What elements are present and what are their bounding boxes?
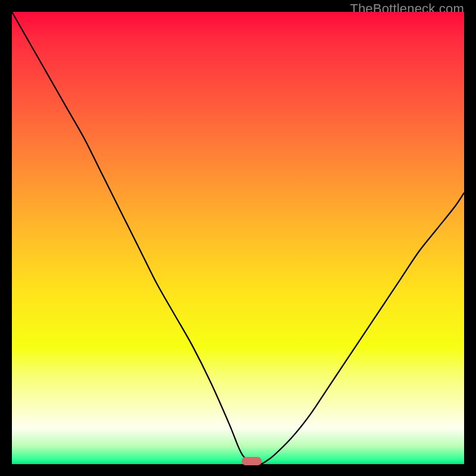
curve-path: [12, 12, 464, 464]
chart-frame: TheBottleneck.com: [0, 0, 476, 476]
bottleneck-curve: [12, 12, 464, 464]
plot-area: [12, 12, 464, 464]
optimal-point-marker: [242, 457, 262, 465]
